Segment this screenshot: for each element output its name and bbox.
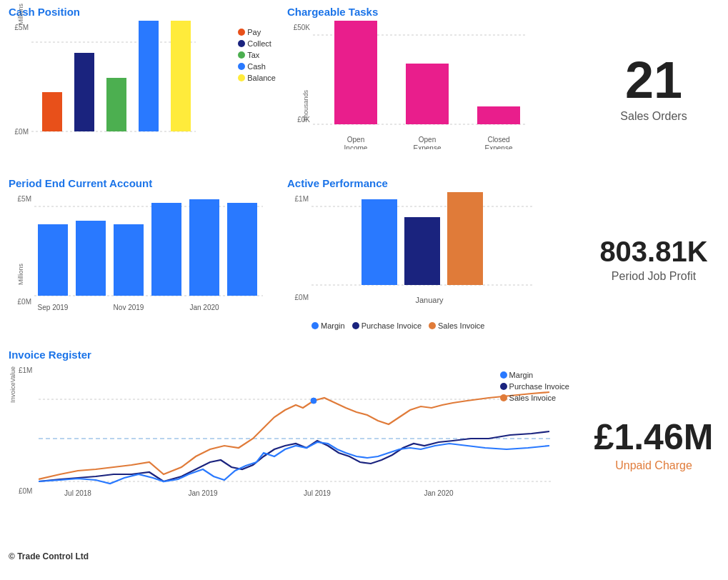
cash-legend: Pay Collect Tax Cash Balance	[234, 21, 276, 149]
svg-rect-22	[114, 224, 144, 296]
unpaid-charge-number: £1.46M	[594, 419, 714, 455]
ir-y-1m: £1M	[19, 366, 36, 374]
svg-text:Jul 2018: Jul 2018	[64, 489, 91, 497]
pe-y-0m: £0M	[18, 298, 31, 306]
svg-rect-4	[106, 78, 126, 131]
unpaid-charge-label: Unpaid Charge	[615, 459, 692, 472]
ap-y-0m: £0M	[295, 294, 309, 301]
svg-text:Jan 2019: Jan 2019	[188, 489, 218, 497]
svg-rect-5	[139, 21, 159, 131]
svg-rect-6	[171, 21, 191, 131]
footer-text: © Trade Control Ltd	[9, 551, 89, 561]
svg-text:Expense: Expense	[485, 144, 513, 149]
svg-text:Open: Open	[347, 136, 364, 144]
svg-text:Income: Income	[344, 144, 368, 149]
invoice-register-chart: Jul 2018 Jan 2019 Jul 2019 Jan 2020	[39, 364, 553, 514]
svg-rect-10	[406, 64, 449, 124]
cash-legend-collect: Collect	[238, 39, 276, 48]
svg-rect-2	[42, 92, 62, 131]
cash-legend-balance: Balance	[238, 74, 276, 82]
chargeable-tasks-title: Chargeable Tasks	[287, 6, 577, 18]
ap-y-1m: £1M	[295, 195, 309, 203]
cash-dot	[238, 63, 245, 70]
active-performance-widget: Active Performance £1M £0M January	[281, 174, 582, 346]
svg-text:Expense: Expense	[414, 144, 442, 149]
svg-text:Jan 2020: Jan 2020	[189, 304, 219, 311]
svg-rect-32	[404, 217, 440, 285]
collect-dot	[238, 40, 245, 47]
ct-y-label: Thousands	[302, 90, 309, 122]
pay-dot	[238, 29, 245, 36]
chargeable-tasks-chart: Open Income Open Expense Closed Expense	[313, 21, 527, 149]
svg-text:Nov 2019: Nov 2019	[114, 304, 144, 311]
cash-legend-cash: Cash	[238, 62, 276, 71]
unpaid-charge-kpi: £1.46M Unpaid Charge	[582, 346, 725, 546]
period-end-chart: Sep 2019 Nov 2019 Jan 2020	[34, 192, 263, 324]
svg-text:Sep 2019: Sep 2019	[38, 304, 69, 311]
sales-orders-number: 21	[625, 54, 682, 106]
ir-margin-dot	[500, 371, 507, 379]
cash-y-label: Millions	[17, 4, 24, 25]
cash-position-title: Cash Position	[9, 6, 276, 18]
ap-legend: Margin Purchase Invoice Sales Invoice	[311, 321, 533, 330]
ir-legend-purchase: Purchase Invoice	[500, 382, 569, 391]
ir-y-label: InvoiceValue	[9, 366, 16, 403]
svg-rect-11	[477, 106, 520, 124]
ir-legend-sales: Sales Invoice	[500, 394, 569, 402]
balance-dot	[238, 74, 245, 81]
ap-legend-margin: Margin	[311, 321, 345, 330]
svg-text:Closed: Closed	[487, 136, 509, 144]
period-end-title: Period End Current Account	[9, 177, 276, 189]
cash-legend-tax: Tax	[238, 51, 276, 59]
period-end-widget: Period End Current Account £5M £0M Milli…	[3, 174, 281, 346]
svg-text:Jul 2019: Jul 2019	[304, 489, 331, 497]
chargeable-tasks-widget: Chargeable Tasks £50K £0K Thousands	[281, 3, 582, 174]
ir-purchase-dot	[500, 383, 507, 390]
pe-y-5m: £5M	[18, 195, 31, 203]
tax-dot	[238, 51, 245, 59]
active-performance-title: Active Performance	[287, 177, 577, 189]
ap-legend-purchase: Purchase Invoice	[352, 321, 422, 330]
svg-text:Jan 2020: Jan 2020	[424, 489, 454, 497]
svg-rect-24	[189, 199, 219, 296]
ap-legend-sales: Sales Invoice	[429, 321, 484, 330]
period-job-profit-label: Period Job Profit	[612, 270, 696, 283]
svg-rect-3	[74, 53, 94, 131]
svg-text:January: January	[415, 296, 444, 304]
svg-text:Open: Open	[419, 136, 436, 144]
svg-rect-23	[151, 203, 181, 296]
svg-rect-9	[334, 21, 377, 124]
active-performance-chart: January	[311, 192, 533, 317]
ap-margin-dot	[311, 322, 319, 329]
cash-legend-pay: Pay	[238, 28, 276, 36]
pe-y-label: Millions	[17, 264, 24, 285]
svg-rect-25	[227, 203, 257, 296]
ap-sales-dot	[429, 322, 436, 329]
ir-y-0m: £0M	[19, 487, 36, 495]
svg-rect-31	[361, 199, 397, 285]
sales-orders-kpi: 21 Sales Orders	[582, 3, 725, 174]
ir-legend-margin: Margin	[500, 371, 569, 379]
cash-position-chart	[31, 21, 196, 146]
svg-rect-20	[38, 224, 68, 296]
ap-purchase-dot	[352, 322, 359, 329]
period-job-profit-kpi: 803.81K Period Job Profit	[582, 174, 725, 346]
cash-position-widget: Cash Position £5M £0M Millions	[3, 3, 281, 174]
ir-legend: Margin Purchase Invoice Sales Invoice	[500, 371, 569, 402]
period-job-profit-number: 803.81K	[599, 237, 707, 266]
invoice-register-widget: Invoice Register InvoiceValue £1M £0M	[3, 346, 582, 546]
sales-orders-label: Sales Orders	[620, 110, 687, 123]
svg-rect-33	[447, 192, 483, 285]
invoice-register-title: Invoice Register	[9, 349, 577, 361]
svg-point-38	[311, 398, 316, 404]
svg-rect-21	[76, 221, 106, 296]
ct-y-50k: £50K	[294, 24, 310, 31]
cash-y-0m: £0M	[15, 128, 29, 136]
footer: © Trade Control Ltd	[3, 546, 725, 567]
ir-sales-dot	[500, 394, 507, 401]
